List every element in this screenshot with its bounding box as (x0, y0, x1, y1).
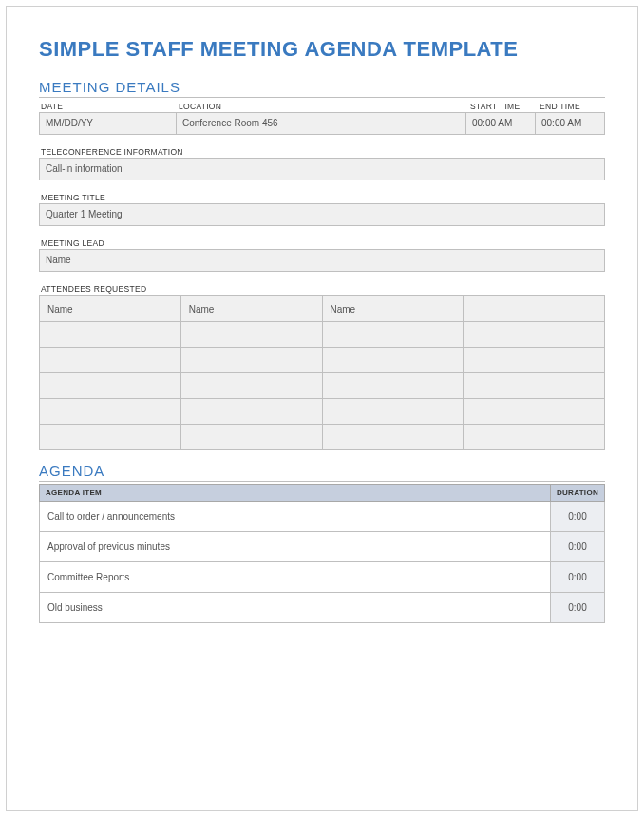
start-time-label: START TIME (466, 100, 536, 112)
attendee-cell[interactable] (322, 373, 464, 399)
agenda-table: AGENDA ITEM DURATION Call to order / ann… (39, 484, 605, 623)
meeting-lead-value[interactable]: Name (39, 249, 605, 272)
agenda-duration-cell[interactable]: 0:00 (550, 532, 604, 562)
table-row (40, 399, 605, 425)
meeting-title-label: MEETING TITLE (39, 191, 605, 203)
document-page: SIMPLE STAFF MEETING AGENDA TEMPLATE MEE… (6, 6, 638, 811)
date-value[interactable]: MM/DD/YY (39, 112, 177, 135)
start-time-value[interactable]: 00:00 AM (466, 112, 536, 135)
attendee-cell[interactable] (40, 399, 181, 425)
section-agenda: AGENDA (39, 463, 605, 482)
agenda-header-item: AGENDA ITEM (40, 484, 551, 502)
table-row (40, 348, 605, 373)
details-row: DATE MM/DD/YY LOCATION Conference Room 4… (39, 100, 605, 135)
table-row: NameNameName (40, 296, 605, 322)
teleconference-value[interactable]: Call-in information (39, 158, 605, 180)
attendee-cell[interactable] (464, 322, 605, 348)
attendee-cell[interactable] (180, 399, 322, 425)
attendee-cell[interactable]: Name (40, 296, 181, 322)
agenda-item-cell[interactable]: Call to order / announcements (40, 502, 551, 532)
attendee-cell[interactable] (322, 322, 464, 348)
document-title: SIMPLE STAFF MEETING AGENDA TEMPLATE (39, 37, 605, 62)
attendee-cell[interactable] (180, 373, 322, 399)
attendee-cell[interactable] (322, 348, 464, 373)
agenda-item-cell[interactable]: Committee Reports (40, 562, 551, 593)
end-time-value[interactable]: 00:00 AM (536, 112, 605, 135)
location-value[interactable]: Conference Room 456 (177, 112, 466, 135)
attendee-cell[interactable]: Name (180, 296, 322, 322)
attendee-cell[interactable] (180, 322, 322, 348)
table-row (40, 373, 605, 399)
agenda-item-cell[interactable]: Approval of previous minutes (40, 532, 551, 562)
table-row: Committee Reports0:00 (40, 562, 605, 593)
table-row: Call to order / announcements0:00 (40, 502, 605, 532)
attendee-cell[interactable] (40, 322, 181, 348)
attendee-cell[interactable]: Name (322, 296, 464, 322)
attendee-cell[interactable] (464, 373, 605, 399)
location-label: LOCATION (177, 100, 466, 112)
attendee-cell[interactable] (464, 399, 605, 425)
end-time-label: END TIME (536, 100, 605, 112)
date-label: DATE (39, 100, 177, 112)
attendee-cell[interactable] (180, 425, 322, 450)
attendee-cell[interactable] (322, 399, 464, 425)
agenda-duration-cell[interactable]: 0:00 (550, 593, 604, 623)
table-row (40, 322, 605, 348)
attendee-cell[interactable] (464, 296, 605, 322)
attendee-cell[interactable] (464, 425, 605, 450)
table-row: Old business0:00 (40, 593, 605, 623)
teleconference-label: TELECONFERENCE INFORMATION (39, 145, 605, 158)
attendee-cell[interactable] (40, 425, 181, 450)
attendee-cell[interactable] (40, 373, 181, 399)
attendees-label: ATTENDEES REQUESTED (39, 282, 605, 294)
table-row: Approval of previous minutes0:00 (40, 532, 605, 562)
attendee-cell[interactable] (180, 348, 322, 373)
agenda-duration-cell[interactable]: 0:00 (550, 562, 604, 593)
attendee-cell[interactable] (322, 425, 464, 450)
agenda-duration-cell[interactable]: 0:00 (550, 502, 604, 532)
meeting-title-value[interactable]: Quarter 1 Meeting (39, 203, 605, 226)
attendees-table: NameNameName (39, 295, 605, 450)
agenda-item-cell[interactable]: Old business (40, 593, 551, 623)
attendee-cell[interactable] (464, 348, 605, 373)
section-meeting-details: MEETING DETAILS (39, 79, 605, 98)
attendee-cell[interactable] (40, 348, 181, 373)
table-row (40, 425, 605, 450)
meeting-lead-label: MEETING LEAD (39, 237, 605, 249)
agenda-header-duration: DURATION (550, 484, 604, 502)
